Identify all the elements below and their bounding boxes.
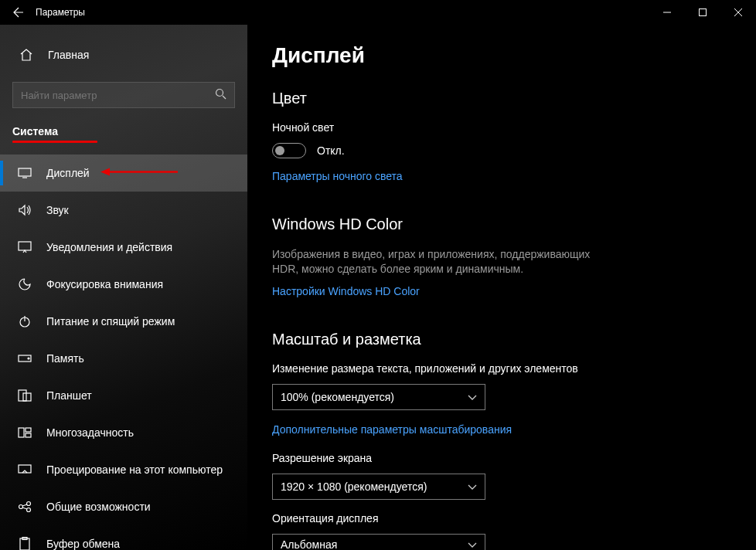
search-input[interactable] <box>21 90 215 101</box>
svg-point-4 <box>216 89 223 96</box>
advanced-scale-link[interactable]: Дополнительные параметры масштабирования <box>272 423 512 436</box>
nightlight-settings-link[interactable]: Параметры ночного света <box>272 170 403 182</box>
search-icon <box>215 88 226 103</box>
sidebar-home[interactable]: Главная <box>0 39 247 71</box>
focus-icon <box>17 277 32 292</box>
toggle-state-label: Откл. <box>317 144 345 157</box>
orientation-select-value: Альбомная <box>281 538 337 550</box>
svg-rect-18 <box>26 428 31 432</box>
svg-rect-26 <box>20 538 29 550</box>
svg-point-21 <box>19 505 23 509</box>
resolution-select[interactable]: 1920 × 1080 (рекомендуется) <box>272 474 485 500</box>
shared-icon <box>17 499 32 514</box>
notifications-icon <box>17 239 32 255</box>
svg-rect-6 <box>19 168 31 176</box>
maximize-button[interactable] <box>685 0 720 25</box>
hdcolor-description: Изображения в видео, играх и приложениях… <box>272 247 604 277</box>
sidebar-item-focus[interactable]: Фокусировка внимания <box>0 266 247 303</box>
svg-line-24 <box>22 504 27 506</box>
sidebar-item-sound[interactable]: Звук <box>0 192 247 229</box>
display-icon <box>17 165 32 181</box>
multitask-icon <box>17 425 32 440</box>
resolution-label: Разрешение экрана <box>272 452 756 464</box>
svg-point-23 <box>27 508 31 512</box>
scale-select-value: 100% (рекомендуется) <box>281 391 394 403</box>
sidebar-item-label: Буфер обмена <box>46 538 120 550</box>
svg-rect-19 <box>26 433 31 437</box>
nightlight-toggle[interactable] <box>272 143 306 158</box>
resolution-select-value: 1920 × 1080 (рекомендуется) <box>281 480 427 493</box>
home-icon <box>19 47 34 63</box>
sidebar-item-multitask[interactable]: Многозадачность <box>0 414 247 451</box>
sidebar-item-display[interactable]: Дисплей <box>0 154 247 192</box>
sidebar-nav: Дисплей Звук Уведомления и действия Фоку… <box>0 154 247 550</box>
titlebar: Параметры <box>0 0 756 25</box>
section-hdcolor: Windows HD Color <box>272 216 756 233</box>
sidebar-item-label: Планшет <box>46 389 92 402</box>
sidebar: Главная Система Дисплей Звук <box>0 25 247 550</box>
chevron-down-icon <box>468 538 477 550</box>
sidebar-item-label: Фокусировка внимания <box>46 278 163 290</box>
svg-point-22 <box>27 502 31 506</box>
svg-line-5 <box>223 96 226 99</box>
storage-icon <box>17 351 32 366</box>
page-title: Дисплей <box>272 43 756 68</box>
sidebar-item-label: Дисплей <box>46 167 90 179</box>
minimize-button[interactable] <box>649 0 685 25</box>
sidebar-item-label: Многозадачность <box>46 426 134 439</box>
toggle-knob <box>275 146 284 155</box>
power-icon <box>17 314 32 329</box>
sidebar-item-label: Уведомления и действия <box>46 241 172 253</box>
sidebar-item-label: Питание и спящий режим <box>46 315 175 328</box>
sidebar-home-label: Главная <box>48 49 89 61</box>
search-box[interactable] <box>12 82 235 108</box>
window-title: Параметры <box>36 7 85 18</box>
chevron-down-icon <box>468 480 477 493</box>
svg-rect-20 <box>19 465 31 473</box>
sidebar-item-label: Память <box>46 352 84 365</box>
orientation-select[interactable]: Альбомная <box>272 534 485 550</box>
section-color: Цвет <box>272 90 756 107</box>
close-button[interactable] <box>720 0 756 25</box>
sidebar-group-header: Система <box>0 117 247 141</box>
scale-select[interactable]: 100% (рекомендуется) <box>272 384 485 410</box>
sound-icon <box>17 202 32 218</box>
nightlight-label: Ночной свет <box>272 121 756 134</box>
sidebar-item-clipboard[interactable]: Буфер обмена <box>0 525 247 550</box>
orientation-label: Ориентация дисплея <box>272 512 756 525</box>
svg-point-14 <box>28 358 29 359</box>
svg-rect-1 <box>700 9 707 16</box>
svg-rect-15 <box>19 390 26 401</box>
main-panel: Дисплей Цвет Ночной свет Откл. Параметры… <box>247 25 756 550</box>
chevron-down-icon <box>468 391 477 403</box>
sidebar-item-notifications[interactable]: Уведомления и действия <box>0 229 247 266</box>
projecting-icon <box>17 462 32 477</box>
svg-rect-16 <box>23 393 31 401</box>
sidebar-item-projecting[interactable]: Проецирование на этот компьютер <box>0 451 247 488</box>
annotation-underline <box>12 141 97 143</box>
scale-label: Изменение размера текста, приложений и д… <box>272 362 756 375</box>
svg-line-25 <box>22 508 27 509</box>
sidebar-item-label: Звук <box>46 204 69 216</box>
annotation-arrow <box>100 167 178 180</box>
sidebar-item-power[interactable]: Питание и спящий режим <box>0 303 247 340</box>
sidebar-item-shared[interactable]: Общие возможности <box>0 488 247 525</box>
section-scale: Масштаб и разметка <box>272 331 756 348</box>
clipboard-icon <box>17 536 32 550</box>
back-button[interactable] <box>6 0 31 25</box>
sidebar-item-label: Общие возможности <box>46 501 151 513</box>
sidebar-item-tablet[interactable]: Планшет <box>0 377 247 414</box>
hdcolor-settings-link[interactable]: Настройки Windows HD Color <box>272 285 420 297</box>
active-indicator <box>0 161 3 185</box>
svg-marker-9 <box>100 168 110 176</box>
sidebar-item-storage[interactable]: Память <box>0 340 247 377</box>
svg-rect-10 <box>19 242 31 250</box>
sidebar-item-label: Проецирование на этот компьютер <box>46 463 223 476</box>
tablet-icon <box>17 388 32 403</box>
svg-rect-17 <box>19 428 24 437</box>
window-controls <box>649 0 756 25</box>
